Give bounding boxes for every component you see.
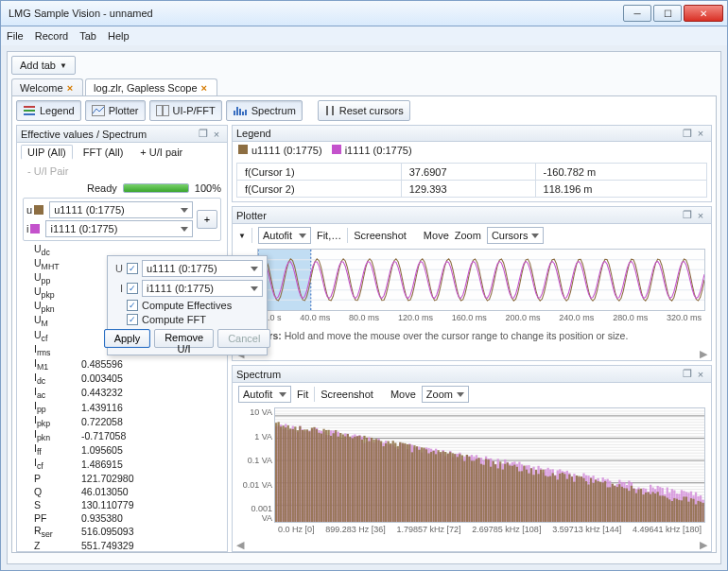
i-enable-checkbox[interactable]: ✓ [127,283,138,294]
add-pair-plus-button[interactable]: + [197,210,217,229]
svg-rect-91 [303,429,305,522]
table-row[interactable]: Ipkn-0.717058 [21,428,223,442]
subtab-uip[interactable]: UIP (All) [21,145,73,160]
svg-rect-399 [671,501,673,522]
svg-rect-119 [338,437,339,522]
table-row[interactable]: Icf1.486915 [21,457,223,471]
chevron-down-icon [251,286,258,291]
svg-rect-6 [234,111,235,115]
scroll-right-icon[interactable]: ▶ [700,348,707,360]
plotter-zoom-button[interactable]: Zoom [455,230,481,241]
apply-button[interactable]: Apply [104,329,151,348]
svg-rect-241 [482,465,484,522]
menu-help[interactable]: Help [108,30,130,42]
close-icon[interactable]: × [694,369,707,380]
add-ui-pair[interactable]: + U/I pair [133,145,189,160]
scroll-left-icon[interactable]: ◀ [236,539,244,551]
table-row[interactable]: Idc0.003405 [21,372,223,386]
compute-effectives-checkbox[interactable]: ✓ [127,300,138,311]
menu-tab[interactable]: Tab [79,30,96,42]
plotter-cursors-select[interactable]: Cursors [487,227,544,244]
cancel-button[interactable]: Cancel [217,329,270,348]
plotter-screenshot-button[interactable]: Screenshot [354,230,407,241]
add-tab-button[interactable]: Add tab ▼ [11,56,76,75]
svg-rect-199 [432,451,434,522]
table-row[interactable]: Iac0.443232 [21,386,223,400]
svg-rect-169 [397,446,399,522]
chevron-down-icon [279,392,286,397]
plotter-fit-button[interactable]: Fit,… [317,230,341,241]
window-minimize-button[interactable]: ─ [623,5,651,22]
spectrum-xtick-labels: 0.0 Hz [0]899.283 Hz [36]1.79857 kHz [72… [233,525,711,536]
spectrum-move-button[interactable]: Move [390,389,416,400]
reset-cursors-button[interactable]: Reset cursors [318,100,410,121]
spectrum-zoom-select[interactable]: Zoom [422,386,469,403]
svg-rect-289 [540,470,542,522]
spectrum-chart[interactable] [274,407,705,523]
svg-rect-265 [511,466,513,522]
undock-icon[interactable]: ❐ [681,368,694,380]
toggle-legend[interactable]: Legend [16,100,81,121]
table-row[interactable]: Q46.013050 [21,485,223,498]
table-row[interactable]: S130.110779 [21,498,223,511]
svg-rect-401 [673,498,675,522]
svg-rect-105 [321,434,322,522]
popup-i-select[interactable]: i1111 (0:1775) [142,280,263,297]
table-row[interactable]: IM10.485596 [21,357,223,372]
i-series-select[interactable]: i1111 (0:1775) [45,220,193,237]
subtab-fft[interactable]: FFT (All) [77,145,130,160]
window-maximize-button[interactable]: ☐ [653,5,682,22]
table-row[interactable]: P121.702980 [21,472,223,485]
svg-rect-311 [566,479,568,522]
plotter-move-button[interactable]: Move [424,230,449,241]
tab-log[interactable]: log.zlr, Gapless Scope × [85,78,217,96]
window-close-button[interactable]: ✕ [684,5,723,22]
svg-rect-133 [354,437,355,522]
spectrum-autofit-select[interactable]: Autofit [238,386,291,403]
svg-rect-89 [302,430,303,522]
table-row[interactable]: Z551.749329 [21,539,223,551]
svg-rect-277 [526,470,528,522]
plotter-autofit-select[interactable]: Autofit [258,227,311,244]
toggle-plotter[interactable]: Plotter [85,100,146,121]
svg-rect-117 [335,430,337,522]
svg-rect-393 [664,496,666,522]
table-row[interactable]: Ipp1.439116 [21,400,223,414]
menu-record[interactable]: Record [35,30,68,42]
svg-rect-337 [598,481,599,522]
effective-values-title: Effective values / Spectrum [21,129,147,140]
svg-rect-207 [442,451,444,522]
svg-rect-87 [299,426,301,522]
u-enable-checkbox[interactable]: ✓ [127,263,138,274]
svg-rect-269 [516,467,518,522]
svg-rect-115 [333,433,335,522]
undock-icon[interactable]: ❐ [197,128,210,140]
menu-file[interactable]: File [7,30,24,42]
undock-icon[interactable]: ❐ [681,209,694,221]
svg-rect-155 [380,441,382,522]
remove-ui-pair[interactable]: - U/I Pair [21,164,75,179]
svg-rect-305 [559,474,561,522]
popup-u-select[interactable]: u1111 (0:1775) [142,260,263,277]
undock-icon[interactable]: ❐ [681,128,694,140]
svg-rect-333 [592,483,594,522]
close-icon[interactable]: × [210,129,223,140]
close-icon[interactable]: × [694,210,707,221]
table-row[interactable]: Iff1.095605 [21,442,223,457]
tab-welcome[interactable]: Welcome × [11,78,83,96]
spectrum-screenshot-button[interactable]: Screenshot [321,389,373,400]
table-row[interactable]: Rser516.095093 [21,525,223,539]
compute-fft-checkbox[interactable]: ✓ [127,314,138,325]
close-icon[interactable]: × [67,82,73,94]
plotter-chart[interactable] [257,249,705,311]
close-icon[interactable]: × [694,128,707,139]
close-icon[interactable]: × [201,82,207,94]
toggle-spectrum[interactable]: Spectrum [226,100,303,121]
table-row[interactable]: Ipkp0.722058 [21,414,223,428]
table-row[interactable]: PF0.935380 [21,511,223,525]
u-series-select[interactable]: u1111 (0:1775) [49,201,193,218]
scroll-right-icon[interactable]: ▶ [700,539,707,551]
toggle-uipfft[interactable]: UI-P/FFT [149,100,222,121]
remove-ui-button[interactable]: Remove U/I [154,329,214,348]
spectrum-fit-button[interactable]: Fit [297,389,308,400]
